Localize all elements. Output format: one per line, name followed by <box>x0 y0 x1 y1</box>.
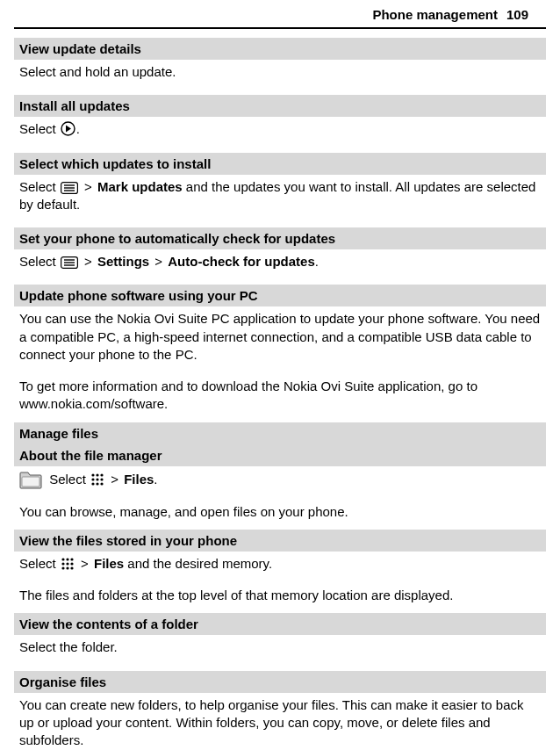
heading-view-files-stored: View the files stored in your phone <box>14 530 546 552</box>
gt-separator: > <box>111 472 118 487</box>
heading-view-update-details: View update details <box>14 38 546 60</box>
text-select: Select <box>19 121 60 136</box>
gt-separator: > <box>84 179 92 194</box>
text-select: Select <box>46 472 90 487</box>
body-about-file-manager-2: You can browse, manage, and open files o… <box>19 503 541 521</box>
heading-update-pc: Update phone software using your PC <box>14 285 546 306</box>
gt-separator: > <box>81 556 89 571</box>
text-period: . <box>76 121 80 136</box>
page: Phone management 109 View update details… <box>0 0 560 750</box>
svg-point-27 <box>70 566 73 569</box>
heading-manage-files: Manage files <box>14 422 546 444</box>
header-title: Phone management <box>372 7 498 22</box>
text-files: Files <box>124 472 154 487</box>
svg-rect-9 <box>22 477 39 487</box>
header-page-number: 109 <box>506 7 528 22</box>
svg-point-21 <box>70 558 73 560</box>
menu-grid-icon <box>90 472 104 487</box>
body-select-which-updates: Select > Mark updates and the updates yo… <box>14 175 546 220</box>
svg-point-20 <box>66 558 68 560</box>
svg-point-22 <box>61 562 64 565</box>
heading-select-which-updates: Select which updates to install <box>14 153 546 175</box>
svg-point-25 <box>61 566 64 569</box>
svg-point-23 <box>66 562 68 565</box>
body-auto-check: Select > Settings > Auto-check for updat… <box>14 249 546 276</box>
gt-separator: > <box>84 254 92 269</box>
page-header: Phone management 109 <box>14 0 546 29</box>
body-install-all-updates: Select . <box>14 117 546 143</box>
body-view-update-details: Select and hold an update. <box>14 60 546 86</box>
svg-point-19 <box>61 558 64 560</box>
heading-organise-files: Organise files <box>14 671 546 693</box>
content: View update details Select and hold an u… <box>0 38 560 750</box>
svg-point-26 <box>66 566 68 569</box>
text-select: Select <box>19 179 60 194</box>
body-about-file-manager: Select > Files. <box>14 466 546 494</box>
svg-point-18 <box>100 482 103 485</box>
options-icon <box>61 182 78 194</box>
heading-auto-check: Set your phone to automatically check fo… <box>14 227 546 249</box>
body-organise-files-1: You can create new folders, to help orga… <box>14 693 546 751</box>
svg-point-17 <box>96 482 98 485</box>
svg-point-13 <box>91 478 94 480</box>
text-period: . <box>315 254 319 269</box>
text-settings: Settings <box>97 254 149 269</box>
svg-point-24 <box>70 562 73 565</box>
gt-separator: > <box>154 254 162 269</box>
text-select: Select <box>19 254 60 269</box>
heading-view-folder-contents: View the contents of a folder <box>14 613 546 635</box>
text-files: Files <box>94 556 124 571</box>
body-view-files-stored: Select > Files and the desired memory. <box>14 552 546 578</box>
text-rest: and the desired memory. <box>124 556 272 571</box>
text-period: . <box>154 472 157 487</box>
text-auto-check: Auto-check for updates <box>168 254 315 269</box>
folder-icon <box>19 470 42 489</box>
body-view-files-stored-2: The files and folders at the top level o… <box>19 587 541 604</box>
svg-point-12 <box>100 473 103 476</box>
body-update-pc-1: You can use the Nokia Ovi Suite PC appli… <box>14 306 546 369</box>
play-circle-icon <box>61 121 75 136</box>
svg-point-15 <box>100 478 103 480</box>
options-icon <box>61 256 78 269</box>
svg-point-16 <box>91 482 94 485</box>
body-update-pc-2: To get more information and to download … <box>19 378 541 414</box>
svg-point-11 <box>96 473 98 476</box>
svg-point-14 <box>96 478 98 480</box>
body-view-folder-contents: Select the folder. <box>14 635 546 661</box>
menu-grid-icon <box>61 557 75 571</box>
heading-install-all-updates: Install all updates <box>14 95 546 117</box>
text-mark-updates: Mark updates <box>97 179 183 194</box>
svg-point-10 <box>91 473 94 476</box>
text-select: Select <box>19 556 60 571</box>
heading-about-file-manager: About the file manager <box>14 444 546 466</box>
